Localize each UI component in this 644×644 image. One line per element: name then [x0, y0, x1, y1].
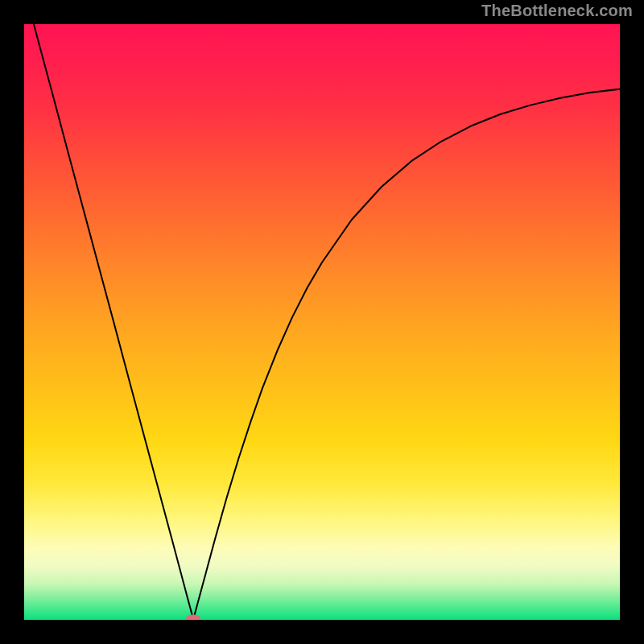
marker-dot	[186, 615, 200, 620]
bottleneck-curve	[24, 24, 620, 620]
watermark-text: TheBottleneck.com	[481, 2, 633, 20]
plot-area	[24, 24, 620, 620]
chart-frame: TheBottleneck.com	[0, 0, 644, 644]
bottleneck-curve-path	[24, 24, 620, 619]
